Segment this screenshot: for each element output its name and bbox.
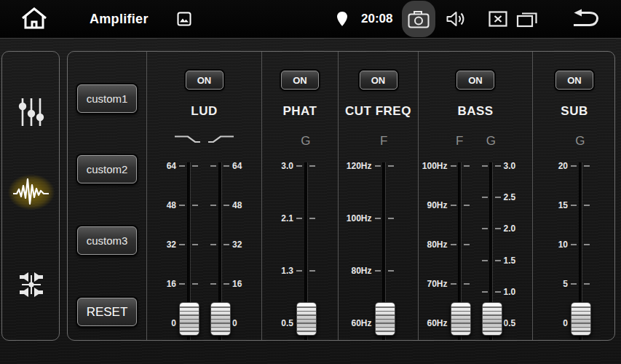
on-button-lud[interactable]: ON — [186, 71, 224, 90]
preset-button-custom1[interactable]: custom1 — [77, 84, 137, 113]
preset-column: custom1custom2custom3RESET — [68, 52, 146, 340]
scale-tick — [495, 197, 501, 198]
on-button-sub[interactable]: ON — [555, 71, 593, 90]
fader-group: G20151050 — [533, 166, 615, 323]
scale-label: 16 — [232, 279, 263, 289]
scale-tick — [584, 244, 590, 245]
scale-tick — [192, 244, 198, 245]
fader-handle[interactable] — [482, 302, 502, 336]
image-icon[interactable] — [177, 0, 191, 38]
scale-label: 0.5 — [263, 318, 293, 328]
scale-tick — [224, 205, 229, 206]
scale-tick — [309, 270, 315, 272]
close-window-icon[interactable] — [489, 0, 507, 38]
scale-tick — [388, 270, 394, 272]
scale-label: 90Hz — [417, 200, 448, 210]
scale-label: 1.3 — [263, 266, 293, 276]
fader-g: G3.02.11.30.5 — [264, 166, 314, 323]
scale-label: 1.0 — [504, 287, 534, 297]
scale-tick — [210, 244, 216, 245]
scale-tick — [309, 218, 315, 219]
scale-tick — [192, 205, 198, 206]
column-title: LUD — [147, 104, 261, 119]
scale-tick — [210, 165, 216, 167]
preset-button-custom3[interactable]: custom3 — [77, 226, 137, 255]
column-phat: ONPHATG3.02.11.30.5 — [261, 52, 338, 340]
scale-tick — [451, 205, 456, 206]
scale-tick — [571, 205, 577, 206]
fader-handle[interactable] — [571, 302, 591, 336]
scale-label: 70Hz — [417, 279, 448, 289]
volume-icon[interactable] — [446, 0, 466, 38]
amplifier-panel: custom1custom2custom3RESET ONLUD64483216… — [67, 51, 615, 341]
preset-button-custom2[interactable]: custom2 — [77, 155, 137, 183]
scale-label: 5 — [537, 279, 568, 289]
fader-handle[interactable] — [296, 302, 317, 336]
scale-tick — [192, 165, 198, 167]
scale-tick — [482, 291, 488, 293]
fader-range: 644832160 — [212, 166, 261, 323]
scale-label: 48 — [232, 200, 263, 210]
scale-label: 64 — [232, 161, 263, 171]
fader-param-label: F — [368, 134, 400, 149]
scale-label: 2.1 — [263, 213, 293, 223]
on-button-bass[interactable]: ON — [456, 71, 494, 90]
location-icon — [336, 0, 348, 38]
scale-label: 0 — [146, 318, 176, 328]
scale-tick — [210, 283, 216, 285]
fader-handle[interactable] — [210, 302, 231, 336]
fader-group: F100Hz90Hz80Hz70Hz60HzG3.02.52.01.51.00.… — [419, 166, 532, 323]
home-icon[interactable] — [20, 0, 48, 38]
scale-tick — [375, 218, 381, 219]
fader-group: G3.02.11.30.5 — [262, 166, 338, 323]
mode-sidebar — [1, 51, 60, 341]
scale-tick — [296, 165, 302, 167]
scale-label: 10 — [537, 240, 568, 250]
scale-label: 1.5 — [504, 256, 534, 266]
scale-tick — [571, 244, 577, 245]
recent-apps-icon[interactable] — [516, 0, 538, 38]
scale-tick — [571, 283, 577, 285]
scale-tick — [482, 260, 488, 261]
fader-handle[interactable] — [451, 302, 471, 336]
equalizer-icon[interactable] — [2, 87, 60, 138]
sound-effects-icon[interactable] — [2, 167, 60, 218]
fader-f: F100Hz90Hz80Hz70Hz60Hz — [419, 166, 468, 323]
scale-tick — [179, 205, 185, 206]
scale-tick — [584, 165, 590, 167]
scale-label: 32 — [232, 240, 263, 250]
fader-f: F120Hz100Hz80Hz60Hz — [343, 166, 392, 323]
top-status-bar: Amplifier 20:08 — [0, 0, 621, 39]
scale-tick — [388, 218, 394, 219]
scale-tick — [224, 165, 229, 167]
fader-range: 644832160 — [147, 166, 197, 323]
fader-group: 644832160644832160 — [147, 166, 261, 323]
fader-param-label: G — [290, 134, 322, 149]
scale-tick — [210, 205, 216, 206]
scale-tick — [571, 165, 577, 167]
on-button-cut-freq[interactable]: ON — [360, 71, 397, 90]
scale-tick — [464, 283, 470, 285]
scale-tick — [179, 165, 185, 167]
back-icon[interactable] — [571, 0, 600, 38]
scale-tick — [224, 244, 229, 245]
scale-tick — [309, 165, 315, 167]
scale-tick — [375, 270, 381, 272]
fader-g: G3.02.52.01.51.00.5 — [483, 166, 533, 323]
speaker-balance-icon[interactable] — [2, 259, 60, 310]
fader-group: F120Hz100Hz80Hz60Hz — [339, 166, 418, 323]
column-cut-freq: ONCUT FREQF120Hz100Hz80Hz60Hz — [338, 52, 418, 340]
fader-handle[interactable] — [179, 302, 199, 336]
scale-tick — [179, 283, 185, 285]
camera-icon[interactable] — [408, 0, 430, 38]
scale-label: 60Hz — [417, 318, 448, 328]
column-title: PHAT — [262, 104, 338, 119]
fader-handle[interactable] — [375, 302, 395, 336]
scale-label: 15 — [537, 200, 568, 210]
scale-label: 100Hz — [417, 161, 448, 171]
preset-button-reset[interactable]: RESET — [77, 298, 137, 326]
scale-tick — [482, 197, 488, 198]
scale-tick — [192, 283, 198, 285]
on-button-phat[interactable]: ON — [281, 71, 319, 90]
scale-tick — [388, 165, 394, 167]
